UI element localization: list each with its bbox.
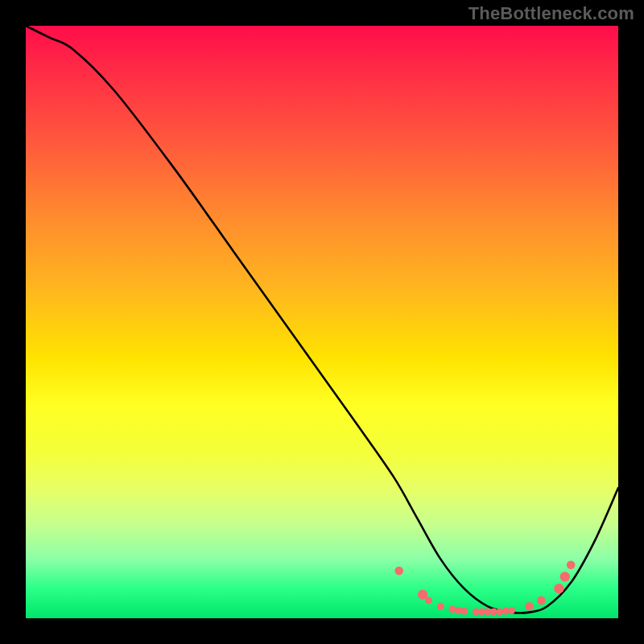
watermark-text: TheBottleneck.com — [469, 3, 634, 24]
curve-marker — [567, 560, 576, 569]
plot-area — [26, 26, 618, 618]
curve-markers — [394, 560, 575, 615]
curve-svg — [26, 26, 618, 618]
curve-marker — [394, 567, 403, 576]
bottleneck-curve — [26, 26, 618, 613]
curve-marker — [525, 602, 534, 611]
curve-marker — [437, 603, 444, 610]
curve-marker — [554, 584, 564, 593]
curve-marker — [449, 606, 456, 613]
curve-marker — [460, 608, 468, 615]
curve-marker — [508, 607, 515, 614]
curve-marker — [425, 597, 432, 605]
chart-frame: TheBottleneck.com — [0, 0, 644, 644]
curve-marker — [560, 572, 570, 581]
curve-marker — [537, 597, 546, 605]
